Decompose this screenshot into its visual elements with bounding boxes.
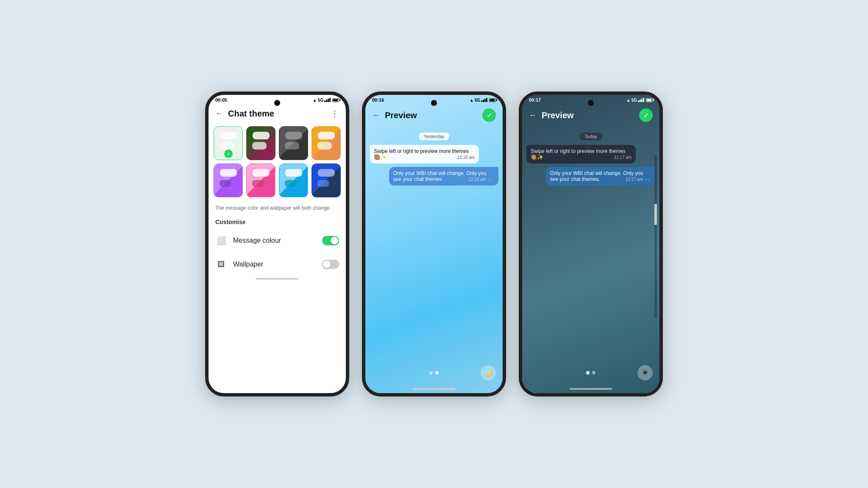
theme-item-purple[interactable] [214, 164, 243, 197]
page-title-3: Preview [542, 111, 634, 120]
home-indicator-1 [256, 278, 298, 280]
dots-indicator-3 [586, 371, 595, 374]
more-button-1[interactable]: ⋮ [331, 108, 339, 119]
home-indicator-2 [413, 388, 455, 390]
theme-item-ocean[interactable] [279, 164, 308, 197]
dark-mode-button-2[interactable]: 🌙 [481, 365, 496, 380]
message-time-3a: 12:17 am [614, 155, 632, 160]
message-received-3: Swipe left or right to preview more them… [526, 145, 636, 164]
toggle-knob-1 [331, 237, 338, 244]
signal-bars-1 [324, 98, 331, 102]
info-text: The message color and wallpaper will bot… [209, 201, 346, 215]
theme-item-dark[interactable] [279, 126, 308, 160]
customise-label: Customise [209, 215, 346, 229]
time-1: 00:05 [215, 97, 227, 103]
battery-3 [646, 98, 653, 102]
bottom-controls-3: ☀ [522, 361, 659, 386]
dot-3-2 [592, 371, 595, 374]
message-sent-3: Only your WBI chat will change. Only you… [546, 167, 655, 186]
wallpaper-label: Wallpaper [233, 261, 316, 268]
phone-3-screen: 00:17 ▲ 5G ← Preview ✓ Today [522, 95, 659, 393]
back-button-2[interactable]: ← [372, 111, 380, 120]
chat-area-2: Yesterday Swipe left or right to preview… [365, 126, 503, 361]
scroll-indicator-3[interactable] [654, 155, 657, 319]
back-button-1[interactable]: ← [215, 109, 223, 118]
app-bar-3: ← Preview ✓ [522, 104, 659, 126]
alert-icon-2: ▲ [470, 98, 474, 103]
toggle-knob-2 [323, 261, 331, 268]
wallpaper-toggle[interactable] [322, 260, 339, 269]
back-button-3[interactable]: ← [529, 111, 537, 120]
alert-icon-3: ▲ [626, 98, 631, 103]
message-colour-icon: ⬜ [215, 235, 227, 247]
status-bar-1: 00:05 ▲ 5G [209, 95, 346, 104]
time-2: 00:16 [372, 97, 384, 103]
theme-selected-check: ✓ [224, 150, 233, 158]
theme-item-pink[interactable] [246, 164, 275, 197]
message-colour-toggle[interactable] [322, 236, 339, 245]
signal-bars-2 [481, 98, 487, 102]
ticks-2: ✓✓ [487, 177, 494, 182]
status-bar-2: 00:16 ▲ 5G [365, 95, 503, 104]
phone-2-screen: 00:16 ▲ 5G ← Preview ✓ Yester [365, 95, 503, 393]
page-title-1: Chat theme [228, 109, 326, 119]
brightness-button-3[interactable]: ☀ [637, 365, 653, 380]
time-3: 00:17 [529, 97, 541, 103]
message-colour-label: Message colour [233, 237, 316, 244]
dot-3-1 [586, 371, 590, 374]
theme-item-nature[interactable] [246, 126, 275, 160]
dots-indicator-2 [429, 371, 439, 374]
battery-1 [332, 98, 339, 102]
message-received-2: Swipe left or right to preview more them… [370, 145, 479, 164]
signal-label-1: 5G [318, 98, 323, 103]
check-button-2[interactable]: ✓ [482, 108, 496, 122]
dot-2-1 [429, 371, 433, 374]
date-badge-3: Today [579, 132, 602, 140]
message-colour-row[interactable]: ⬜ Message colour [209, 229, 346, 252]
message-time-2a: 12:16 am [457, 155, 475, 160]
theme-item-blue-dark[interactable] [312, 164, 341, 197]
status-bar-3: 00:17 ▲ 5G [522, 95, 659, 104]
signal-label-2: 5G [475, 98, 480, 103]
alert-icon-1: ▲ [313, 98, 317, 103]
wallpaper-icon: 🖼 [215, 258, 227, 270]
bottom-controls-2: 🌙 [365, 361, 503, 386]
signal-label-3: 5G [632, 98, 637, 103]
wallpaper-row[interactable]: 🖼 Wallpaper [209, 252, 346, 276]
signal-bars-3 [638, 98, 644, 102]
chat-area-3: Today Swipe left or right to preview mor… [522, 126, 659, 361]
phone-3: 00:17 ▲ 5G ← Preview ✓ Today [519, 92, 663, 396]
check-button-3[interactable]: ✓ [639, 108, 653, 122]
app-bar-2: ← Preview ✓ [365, 104, 503, 126]
dot-2-2 [435, 371, 439, 374]
home-indicator-3 [570, 388, 612, 390]
message-time-2b: 12:16 am ✓✓ [469, 177, 494, 182]
message-time-3b: 12:17 am ✓✓ [626, 177, 651, 182]
date-badge-2: Yesterday [419, 132, 450, 140]
scroll-thumb-3 [654, 204, 657, 225]
theme-item-default[interactable]: ✓ [214, 126, 243, 160]
themes-grid: ✓ [209, 123, 346, 201]
phone-1: 00:05 ▲ 5G ← Chat theme ⋮ [205, 92, 349, 396]
app-bar-1: ← Chat theme ⋮ [209, 104, 346, 123]
ticks-3: ✓✓ [644, 177, 651, 182]
battery-2 [489, 98, 496, 102]
page-title-2: Preview [385, 111, 477, 120]
phone-1-screen: 00:05 ▲ 5G ← Chat theme ⋮ [209, 95, 346, 393]
message-sent-2: Only your WBI chat will change. Only you… [389, 167, 498, 186]
phones-container: 00:05 ▲ 5G ← Chat theme ⋮ [205, 92, 663, 396]
phone-2: 00:16 ▲ 5G ← Preview ✓ Yester [362, 92, 506, 396]
theme-item-orange[interactable] [312, 126, 341, 160]
